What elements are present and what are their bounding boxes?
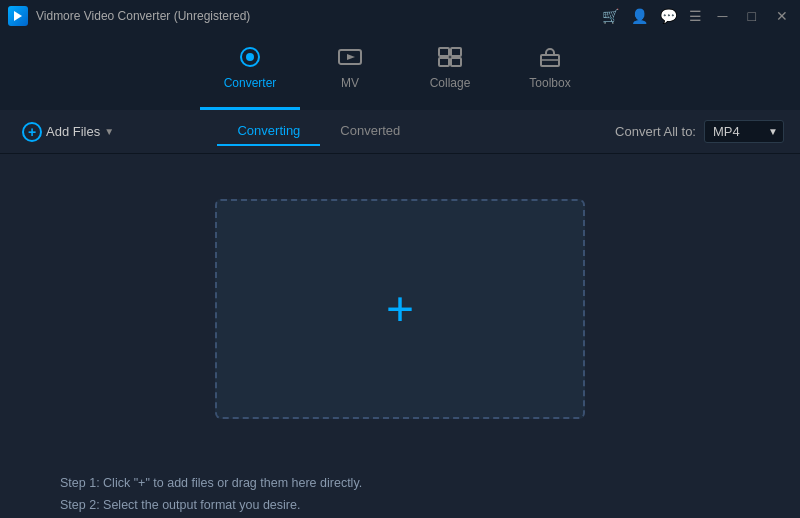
svg-rect-5	[439, 48, 449, 56]
converter-icon	[237, 46, 263, 72]
convert-all-to-label: Convert All to:	[615, 124, 696, 139]
collage-icon	[437, 46, 463, 72]
converter-tab-label: Converter	[224, 76, 277, 90]
cart-icon[interactable]: 🛒	[602, 8, 619, 24]
mv-tab-label: MV	[341, 76, 359, 90]
title-bar: Vidmore Video Converter (Unregistered) 🛒…	[0, 0, 800, 32]
convert-tabs: Converting Converted	[217, 117, 420, 146]
add-files-dropdown-arrow: ▼	[104, 126, 114, 137]
svg-marker-4	[347, 54, 355, 60]
instruction-step2: Step 2: Select the output format you des…	[60, 498, 740, 512]
tab-toolbox[interactable]: Toolbox	[500, 32, 600, 110]
format-select-wrapper: MP4 MKV AVI MOV WMV ▼	[704, 120, 784, 143]
add-files-button[interactable]: + Add Files ▼	[16, 118, 120, 146]
svg-rect-6	[451, 48, 461, 56]
drop-zone-plus-icon: +	[386, 285, 414, 333]
title-bar-controls: 🛒 👤 💬 ☰ ─ □ ✕	[602, 6, 792, 26]
maximize-button[interactable]: □	[744, 6, 760, 26]
menu-icon[interactable]: ☰	[689, 8, 702, 24]
collage-tab-label: Collage	[430, 76, 471, 90]
toolbar: + Add Files ▼ Converting Converted Conve…	[0, 110, 800, 154]
user-icon[interactable]: 👤	[631, 8, 648, 24]
tab-converter[interactable]: Converter	[200, 32, 300, 110]
app-logo	[8, 6, 28, 26]
format-select[interactable]: MP4 MKV AVI MOV WMV	[704, 120, 784, 143]
nav-tabs: Converter MV Collage	[0, 32, 800, 110]
convert-all-to-area: Convert All to: MP4 MKV AVI MOV WMV ▼	[615, 120, 784, 143]
title-bar-left: Vidmore Video Converter (Unregistered)	[8, 6, 250, 26]
close-button[interactable]: ✕	[772, 6, 792, 26]
instruction-step1: Step 1: Click "+" to add files or drag t…	[60, 476, 740, 490]
converting-tab[interactable]: Converting	[217, 117, 320, 146]
toolbox-tab-label: Toolbox	[529, 76, 570, 90]
minimize-button[interactable]: ─	[714, 6, 732, 26]
svg-rect-8	[451, 58, 461, 66]
drop-zone[interactable]: +	[215, 199, 585, 419]
add-circle-icon: +	[22, 122, 42, 142]
add-files-label: Add Files	[46, 124, 100, 139]
tab-collage[interactable]: Collage	[400, 32, 500, 110]
chat-icon[interactable]: 💬	[660, 8, 677, 24]
main-area: +	[0, 154, 800, 464]
svg-marker-0	[14, 11, 22, 21]
svg-rect-7	[439, 58, 449, 66]
app-title: Vidmore Video Converter (Unregistered)	[36, 9, 250, 23]
instructions: Step 1: Click "+" to add files or drag t…	[0, 464, 800, 518]
svg-point-2	[246, 53, 254, 61]
converted-tab[interactable]: Converted	[320, 117, 420, 146]
toolbox-icon	[537, 46, 563, 72]
tab-mv[interactable]: MV	[300, 32, 400, 110]
mv-icon	[337, 46, 363, 72]
